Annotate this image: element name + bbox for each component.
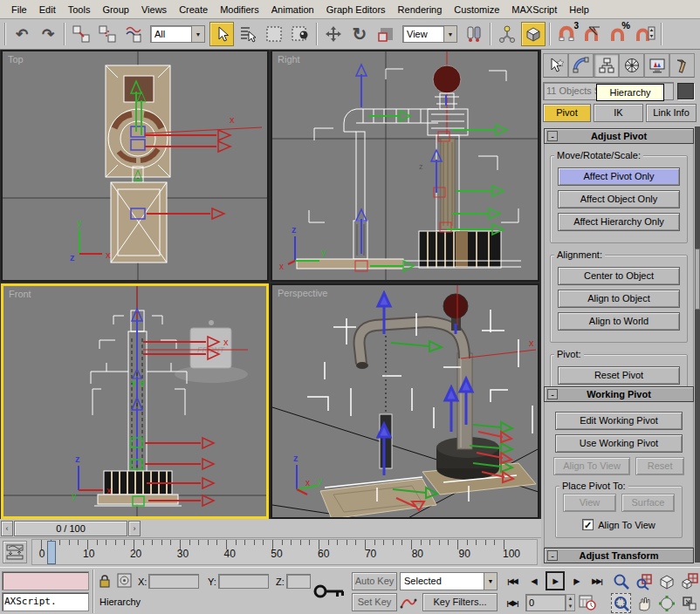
viewport-right-label[interactable]: Right bbox=[278, 54, 300, 65]
go-to-start-button[interactable]: |◀◀ bbox=[503, 571, 522, 590]
current-frame-field[interactable]: 0 bbox=[525, 594, 566, 611]
link-info-subtab[interactable]: Link Info bbox=[646, 104, 697, 122]
zoom-extents-icon[interactable] bbox=[656, 571, 676, 591]
select-and-rotate-icon[interactable]: ↻ bbox=[347, 22, 372, 46]
viewport-front[interactable]: Front FRONT bbox=[1, 283, 269, 519]
select-and-scale-icon[interactable] bbox=[374, 22, 398, 46]
track-bar-frame-handle[interactable] bbox=[47, 541, 56, 564]
object-color-swatch[interactable] bbox=[677, 83, 694, 99]
absolute-offset-mode-icon[interactable] bbox=[117, 573, 132, 590]
viewport-right-canvas[interactable]: z z y x bbox=[272, 51, 539, 282]
maxscript-mini-listener[interactable]: AXScript. bbox=[2, 592, 89, 611]
pan-hand-icon[interactable] bbox=[634, 593, 654, 613]
track-bar-ruler[interactable]: 0102030405060708090100 bbox=[31, 539, 538, 565]
menu-item[interactable]: Customize bbox=[448, 2, 505, 17]
select-object-icon[interactable] bbox=[209, 22, 234, 46]
x-coordinate-field[interactable] bbox=[148, 574, 199, 589]
adjust-transform-rollout-header[interactable]: - Adjust Transform bbox=[544, 548, 694, 563]
zoom-all-icon[interactable] bbox=[634, 571, 654, 591]
menu-item[interactable]: Modifiers bbox=[214, 2, 265, 17]
window-crossing-icon[interactable] bbox=[288, 22, 312, 46]
percent-snap-magnet-icon[interactable]: % bbox=[607, 22, 631, 46]
previous-frame-arrow[interactable]: ‹ bbox=[1, 521, 13, 536]
set-key-button[interactable]: Set Key bbox=[352, 593, 397, 611]
affect-object-only-button[interactable]: Affect Object Only bbox=[558, 190, 680, 208]
modify-tab-icon[interactable] bbox=[568, 53, 594, 78]
select-and-move-icon[interactable] bbox=[321, 22, 346, 46]
viewport-perspective[interactable]: Perspective bbox=[271, 283, 539, 519]
scrollbar-thumb[interactable] bbox=[695, 249, 700, 310]
zoom-extents-all-icon[interactable] bbox=[679, 571, 699, 591]
dropdown-arrow-icon[interactable]: ▼ bbox=[191, 26, 204, 42]
selection-filter-dropdown[interactable]: All ▼ bbox=[150, 25, 205, 43]
mini-curve-editor-icon[interactable] bbox=[3, 541, 27, 563]
next-frame-button[interactable]: |▶ bbox=[566, 571, 586, 590]
working-pivot-rollout-header[interactable]: - Working Pivot bbox=[544, 386, 694, 402]
manipulator-icon[interactable] bbox=[495, 22, 519, 46]
align-to-object-button[interactable]: Align to Object bbox=[558, 290, 680, 308]
select-and-link-icon[interactable] bbox=[69, 22, 93, 46]
collapse-icon[interactable]: - bbox=[547, 389, 558, 399]
use-working-pivot-button[interactable]: Use Working Pivot bbox=[555, 434, 682, 453]
reset-pivot-button[interactable]: Reset Pivot bbox=[558, 366, 680, 385]
time-slider-handle[interactable]: 0 / 100 bbox=[14, 521, 127, 536]
dropdown-arrow-icon[interactable]: ▼ bbox=[443, 26, 456, 42]
key-filters-button[interactable]: Key Filters... bbox=[422, 593, 498, 611]
menu-item[interactable]: Views bbox=[135, 2, 173, 17]
utilities-tab-icon[interactable] bbox=[669, 53, 695, 78]
spinner-snap-magnet-icon[interactable] bbox=[633, 22, 657, 46]
viewport-top-canvas[interactable]: x y x z bbox=[3, 51, 269, 282]
affect-hierarchy-only-button[interactable]: Affect Hierarchy Only bbox=[558, 213, 680, 231]
default-in-out-tangents-icon[interactable] bbox=[400, 594, 417, 611]
previous-frame-button[interactable]: ◀| bbox=[525, 571, 544, 590]
selection-lock-icon[interactable] bbox=[99, 574, 111, 590]
snaps-toggle-icon[interactable] bbox=[521, 22, 546, 46]
place-pivot-surface-button[interactable]: Surface bbox=[621, 494, 675, 512]
snap-3d-magnet-icon[interactable]: 3 bbox=[554, 22, 579, 46]
key-mode-toggle-button[interactable]: |◀▶| bbox=[503, 593, 522, 612]
time-configuration-icon[interactable] bbox=[579, 594, 596, 611]
viewport-perspective-label[interactable]: Perspective bbox=[278, 288, 327, 298]
pivot-subtab[interactable]: Pivot bbox=[543, 104, 591, 122]
viewport-top-label[interactable]: Top bbox=[8, 54, 24, 65]
y-coordinate-field[interactable] bbox=[218, 574, 269, 589]
motion-tab-icon[interactable] bbox=[619, 53, 644, 78]
display-tab-icon[interactable] bbox=[644, 53, 669, 78]
collapse-icon[interactable]: - bbox=[547, 131, 558, 141]
command-panel-scrollbar[interactable] bbox=[695, 126, 700, 563]
menu-item[interactable]: Edit bbox=[33, 2, 62, 17]
viewport-front-canvas[interactable]: FRONT bbox=[3, 286, 266, 516]
maxscript-mini-listener-macro[interactable] bbox=[2, 571, 89, 590]
menu-item[interactable]: Tools bbox=[62, 2, 97, 17]
dropdown-arrow-icon[interactable]: ▼ bbox=[484, 573, 497, 590]
menu-item[interactable]: Animation bbox=[265, 2, 320, 17]
menu-item[interactable]: Rendering bbox=[392, 2, 449, 17]
rectangular-selection-region-icon[interactable] bbox=[262, 22, 286, 46]
arc-rotate-orbit-icon[interactable] bbox=[656, 593, 676, 613]
unlink-selection-icon[interactable] bbox=[95, 22, 120, 46]
align-to-view-checkbox[interactable]: ✓ bbox=[582, 519, 594, 530]
edit-working-pivot-button[interactable]: Edit Working Pivot bbox=[555, 412, 682, 430]
menu-item[interactable]: MAXScript bbox=[505, 2, 563, 17]
collapse-icon[interactable]: - bbox=[547, 550, 558, 561]
center-to-object-button[interactable]: Center to Object bbox=[558, 267, 680, 285]
affect-pivot-only-button[interactable]: Affect Pivot Only bbox=[558, 167, 680, 186]
redo-icon[interactable]: ↷ bbox=[36, 22, 60, 46]
reference-coordinate-dropdown[interactable]: View ▼ bbox=[402, 25, 457, 43]
menu-item[interactable]: File bbox=[5, 2, 33, 17]
ik-subtab[interactable]: IK bbox=[594, 104, 643, 122]
selection-set-dropdown[interactable]: Selected ▼ bbox=[400, 572, 498, 590]
go-to-end-button[interactable]: ▶▶| bbox=[587, 571, 607, 590]
viewport-front-label[interactable]: Front bbox=[9, 289, 31, 299]
menu-item[interactable]: Help bbox=[563, 2, 595, 17]
select-by-name-icon[interactable] bbox=[236, 22, 260, 46]
adjust-pivot-rollout-header[interactable]: - Adjust Pivot bbox=[544, 128, 694, 144]
align-to-view-button[interactable]: Align To View bbox=[553, 457, 630, 475]
frame-spinner[interactable]: ▲▼ bbox=[566, 594, 575, 611]
menu-item[interactable]: Graph Editors bbox=[320, 2, 392, 17]
maximize-viewport-toggle-icon[interactable] bbox=[679, 593, 699, 613]
place-pivot-view-button[interactable]: View bbox=[563, 494, 616, 512]
menu-item[interactable]: Group bbox=[96, 2, 135, 17]
angle-snap-magnet-icon[interactable] bbox=[580, 22, 605, 46]
hierarchy-tab-icon[interactable] bbox=[594, 53, 619, 78]
